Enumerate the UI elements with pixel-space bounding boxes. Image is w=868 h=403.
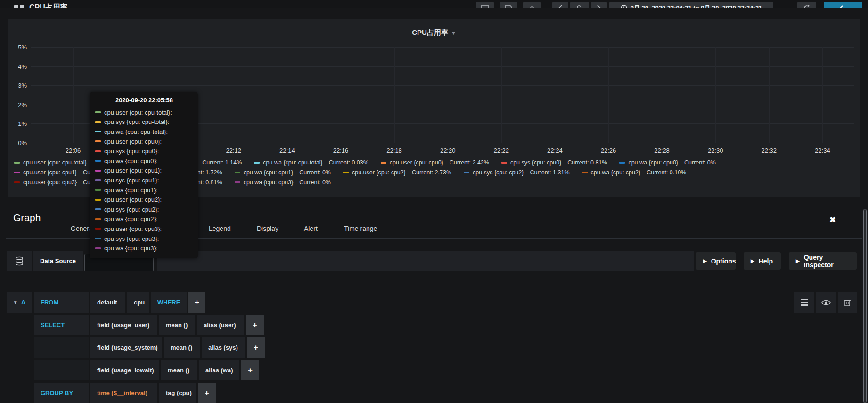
gridline (341, 47, 341, 143)
select-row-spacer (34, 337, 89, 358)
query-inspector-label: Query Inspector (804, 254, 850, 269)
scrollbar-thumb[interactable] (863, 209, 867, 403)
refresh-button[interactable] (797, 2, 816, 8)
tooltip-series-row: cpu.wa {cpu: cpu1}: (95, 185, 193, 195)
select-func-part[interactable]: mean () (164, 337, 200, 358)
y-tick-label: 2% (8, 101, 27, 108)
where-keyword[interactable]: WHERE (151, 292, 187, 313)
series-color-marker (95, 150, 101, 152)
select-alias-part[interactable]: alias (sys) (202, 337, 245, 358)
series-color-marker (95, 238, 101, 239)
tooltip-series-row: cpu.sys {cpu: cpu3}: (95, 234, 193, 244)
legend-item[interactable]: cpu.wa {cpu: cpu2}Current: 0.10% (582, 169, 687, 176)
triangle-right-icon: ▶ (796, 258, 800, 263)
gridline (287, 47, 287, 143)
gridline (501, 47, 502, 143)
gridline (448, 47, 448, 143)
tab-alert[interactable]: Alert (304, 225, 318, 232)
help-button[interactable]: ▶Help (744, 252, 781, 270)
gridline (662, 47, 662, 143)
gridline (73, 47, 74, 143)
legend-item[interactable]: cpu.sys {cpu: cpu2}Current: 1.31% (464, 169, 569, 176)
legend-series-name: cpu.wa {cpu: cpu1} (244, 169, 294, 176)
close-icon[interactable]: ✖ (829, 215, 836, 225)
legend-current-value: Current: 2.73% (412, 169, 451, 176)
back-to-dashboard-button[interactable] (824, 2, 862, 8)
tooltip-series-label: cpu.sys {cpu: cpu1}: (104, 177, 159, 184)
apps-grid-icon[interactable] (14, 5, 24, 8)
groupby-tag-part[interactable]: tag (cpu) (159, 383, 196, 403)
tooltip-series-label: cpu.sys {cpu: cpu2}: (104, 206, 159, 213)
legend-current-value: Current: 0.10% (647, 169, 686, 176)
legend-item[interactable]: cpu.wa {cpu: cpu-total}Current: 0.03% (254, 159, 368, 166)
select-alias-part[interactable]: alias (user) (197, 315, 244, 335)
tooltip-series-label: cpu.user {cpu: cpu-total}: (104, 109, 172, 116)
tooltip-series-label: cpu.wa {cpu: cpu0}: (104, 157, 157, 164)
query-inspector-button[interactable]: ▶Query Inspector (789, 252, 857, 270)
panel-header[interactable]: CPU占用率▼ (8, 28, 860, 37)
save-dashboard-button[interactable] (500, 2, 517, 8)
series-color-marker (619, 162, 625, 164)
legend-current-value: Current: 1.14% (202, 159, 242, 166)
from-measurement-part[interactable]: cpu (127, 292, 149, 313)
time-forward-button[interactable] (591, 2, 607, 8)
gridline (769, 47, 770, 143)
cycle-view-button[interactable] (476, 2, 494, 8)
add-groupby-part-button[interactable]: + (198, 383, 216, 403)
series-color-marker (95, 218, 101, 220)
x-tick-label: 22:22 (486, 147, 516, 154)
tooltip-series-row: cpu.sys {cpu: cpu-total}: (95, 117, 193, 127)
options-label: Options (711, 257, 736, 265)
legend-item[interactable]: cpu.wa {cpu: cpu1}Current: 0% (235, 169, 331, 176)
legend-item[interactable]: cpu.sys {cpu: cpu0}Current: 0.81% (501, 159, 607, 166)
legend-item[interactable]: cpu.wa {cpu: cpu0}Current: 0% (619, 159, 715, 166)
legend-item[interactable]: cpu.wa {cpu: cpu3}Current: 0% (235, 179, 331, 186)
from-policy-part[interactable]: default (90, 292, 125, 313)
select-alias-part[interactable]: alias (wa) (199, 360, 239, 380)
tooltip-series-row: cpu.wa {cpu: cpu3}: (95, 243, 193, 253)
tooltip-series-row: cpu.user {cpu: cpu3}: (95, 224, 193, 234)
tooltip-series-row: cpu.sys {cpu: cpu0}: (95, 146, 193, 156)
legend-current-value: Current: 0.03% (329, 159, 368, 166)
time-back-button[interactable] (552, 2, 568, 8)
panel-title: CPU占用率 (412, 28, 448, 36)
add-where-button[interactable]: + (188, 292, 205, 313)
y-tick-label: 1% (8, 120, 27, 127)
series-color-marker (95, 111, 101, 113)
select-field-part[interactable]: field (usage_system) (90, 337, 162, 358)
select-field-part[interactable]: field (usage_iowait) (90, 360, 159, 380)
add-select-part-button[interactable]: + (241, 360, 259, 380)
graph-tooltip: 2020-09-20 22:05:58 cpu.user {cpu: cpu-t… (90, 92, 198, 258)
query-ref-letter: A (21, 299, 25, 306)
select-func-part[interactable]: mean () (159, 315, 195, 335)
dashboard-settings-button[interactable] (523, 2, 541, 8)
legend-series-name: cpu.user {cpu: cpu3} (23, 179, 77, 186)
legend-current-value: Current: 0% (299, 169, 331, 176)
add-select-part-button[interactable]: + (246, 315, 264, 335)
add-select-part-button[interactable]: + (247, 337, 265, 358)
gridline (31, 47, 854, 48)
query-ref-toggle[interactable]: ▼A (7, 292, 32, 313)
query-delete-button[interactable] (838, 292, 857, 313)
tab-display[interactable]: Display (257, 225, 278, 232)
zoom-out-time-button[interactable] (570, 2, 589, 8)
tab-legend[interactable]: Legend (209, 225, 231, 232)
legend-current-value: Current: 0.81% (567, 159, 607, 166)
datasource-row-filler (157, 251, 694, 271)
query-toggle-visibility-button[interactable] (816, 292, 836, 313)
select-row-spacer (34, 360, 89, 380)
tooltip-series-label: cpu.sys {cpu: cpu0}: (104, 148, 159, 155)
options-button[interactable]: ▶Options (696, 252, 736, 270)
legend-item[interactable]: cpu.user {cpu: cpu0}Current: 2.42% (381, 159, 489, 166)
legend-item[interactable]: cpu.user {cpu: cpu2}Current: 2.73% (343, 169, 451, 176)
gridline (608, 47, 609, 143)
monitor-icon (481, 5, 489, 8)
query-menu-button[interactable] (794, 292, 814, 313)
groupby-time-part[interactable]: time ($__interval) (90, 383, 157, 403)
time-range-picker[interactable]: 9月 20, 2020 22:04:21 to 9月 20, 2020 22:3… (609, 2, 773, 8)
series-color-marker (95, 199, 101, 201)
select-field-part[interactable]: field (usage_user) (90, 315, 157, 335)
groupby-keyword: GROUP BY (34, 383, 89, 403)
select-func-part[interactable]: mean () (161, 360, 197, 380)
tab-time-range[interactable]: Time range (344, 225, 377, 232)
